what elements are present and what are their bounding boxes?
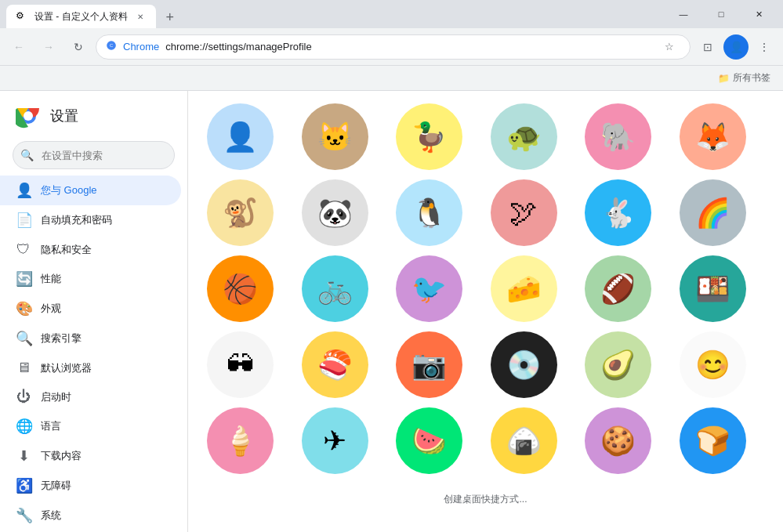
toolbar: ← → ↻ C Chrome chrome://settings/manageP…: [0, 28, 783, 66]
avatar-fox-5[interactable]: 🦊: [680, 103, 746, 170]
avatar-rabbit-10[interactable]: 🐇: [585, 179, 651, 246]
menu-button[interactable]: ⋮: [752, 34, 777, 60]
maximize-button[interactable]: □: [703, 0, 739, 28]
address-actions: ☆: [658, 36, 680, 58]
sidebar: 设置 🔍 👤您与 Google📄自动填充和密码🛡隐私和安全🔄性能🎨外观🔍搜索引擎…: [0, 91, 188, 532]
settings-title: 设置: [50, 107, 78, 125]
forward-button[interactable]: →: [36, 34, 61, 60]
search-icon: 🔍: [20, 149, 34, 161]
sidebar-item-search[interactable]: 🔍搜索引擎: [0, 324, 181, 353]
avatar-turtle-3[interactable]: 🐢: [491, 103, 557, 170]
sidebar-item-privacy[interactable]: 🛡隐私和安全: [0, 235, 181, 264]
tab-title: 设置 - 自定义个人资料: [34, 10, 128, 24]
sidebar-header: 设置: [0, 91, 187, 141]
refresh-button[interactable]: ↻: [66, 34, 91, 60]
avatar-penguin-8[interactable]: 🐧: [396, 179, 462, 246]
svg-text:C: C: [110, 43, 113, 48]
sidebar-item-downloads[interactable]: ⬇下载内容: [0, 441, 181, 471]
avatar-rainbow-11[interactable]: 🌈: [680, 179, 746, 246]
window-controls: — □ ✕: [665, 0, 777, 28]
search-input[interactable]: [13, 141, 175, 169]
avatar-bird-14[interactable]: 🐦: [396, 255, 462, 322]
nav-icon-appearance: 🎨: [16, 300, 31, 317]
avatar-watermelon-26[interactable]: 🍉: [396, 407, 462, 474]
content-area: 👤🐱🦆🐢🐘🦊🐒🐼🐧🕊🐇🌈🏀🚲🐦🧀🏈🍱🕶🍣📷💿🥑😊🍦✈🍉🍙🍪🍞 创建桌面快捷方式.…: [188, 91, 783, 532]
avatar-sushi-19[interactable]: 🍣: [302, 331, 368, 398]
avatar-crane-9[interactable]: 🕊: [491, 179, 557, 246]
profile-button[interactable]: 👤: [723, 34, 749, 60]
sidebar-item-accessibility[interactable]: ♿无障碍: [0, 471, 181, 501]
nav-icon-browser: 🖥: [16, 360, 31, 376]
new-tab-button[interactable]: +: [159, 6, 181, 28]
avatar-onigiri-27[interactable]: 🍙: [491, 407, 557, 474]
avatar-sushi_plate-17[interactable]: 🍱: [680, 255, 746, 322]
bookmarks-bar: 📁 所有书签: [0, 66, 783, 91]
avatar-bicycle-13[interactable]: 🚲: [302, 255, 368, 322]
url-display: chrome://settings/manageProfile: [165, 41, 311, 52]
avatar-person-0[interactable]: 👤: [207, 103, 274, 170]
avatar-cheese-15[interactable]: 🧀: [491, 255, 557, 322]
close-button[interactable]: ✕: [741, 0, 777, 28]
avatar-football-16[interactable]: 🏈: [585, 255, 651, 322]
sidebar-search-container: 🔍: [13, 141, 175, 169]
tab-strip: ⚙ 设置 - 自定义个人资料 ✕ +: [6, 0, 662, 28]
avatar-sunglasses-18[interactable]: 🕶: [207, 331, 274, 398]
tab-close-button[interactable]: ✕: [134, 10, 147, 23]
avatar-grid: 👤🐱🦆🐢🐘🦊🐒🐼🐧🕊🐇🌈🏀🚲🐦🧀🏈🍱🕶🍣📷💿🥑😊🍦✈🍉🍙🍪🍞: [188, 91, 783, 487]
avatar-cookie-28[interactable]: 🍪: [585, 407, 651, 474]
all-bookmarks-label: 所有书签: [733, 71, 770, 85]
bottom-hint: 创建桌面快捷方式...: [188, 487, 783, 512]
nav-label-system: 系统: [41, 508, 61, 523]
sidebar-item-performance[interactable]: 🔄性能: [0, 264, 181, 294]
sidebar-item-language[interactable]: 🌐语言: [0, 411, 181, 441]
sidebar-item-google[interactable]: 👤您与 Google: [0, 176, 181, 205]
avatar-elephant-4[interactable]: 🐘: [585, 103, 651, 170]
nav-icon-autofill: 📄: [16, 212, 31, 229]
avatar-toast-29[interactable]: 🍞: [680, 407, 746, 474]
avatar-monkey-6[interactable]: 🐒: [207, 179, 274, 246]
titlebar: ⚙ 设置 - 自定义个人资料 ✕ + — □ ✕: [0, 0, 783, 28]
avatar-ice_cream-24[interactable]: 🍦: [207, 407, 274, 474]
nav-icon-performance: 🔄: [16, 270, 31, 288]
nav-icon-privacy: 🛡: [16, 241, 31, 258]
chrome-brand-label: Chrome: [123, 41, 159, 52]
nav-label-downloads: 下载内容: [41, 449, 82, 463]
sidebar-item-startup[interactable]: ⏻启动时: [0, 382, 181, 411]
svg-point-4: [24, 111, 33, 121]
nav-label-performance: 性能: [41, 272, 61, 286]
back-button[interactable]: ←: [6, 34, 31, 60]
sidebar-item-autofill[interactable]: 📄自动填充和密码: [0, 205, 181, 235]
nav-items-container: 👤您与 Google📄自动填充和密码🛡隐私和安全🔄性能🎨外观🔍搜索引擎🖥默认浏览…: [0, 176, 187, 530]
security-icon: C: [106, 40, 117, 53]
nav-icon-startup: ⏻: [16, 389, 31, 405]
main-container: 设置 🔍 👤您与 Google📄自动填充和密码🛡隐私和安全🔄性能🎨外观🔍搜索引擎…: [0, 91, 783, 532]
all-bookmarks-item[interactable]: 📁 所有书签: [712, 68, 777, 88]
avatar-avocado-22[interactable]: 🥑: [585, 331, 651, 398]
tab-favicon: ⚙: [16, 10, 28, 23]
avatar-cat-1[interactable]: 🐱: [302, 103, 368, 170]
toolbar-actions: ⊡ 👤 ⋮: [695, 34, 777, 60]
avatar-vinyl-21[interactable]: 💿: [491, 331, 557, 398]
active-tab[interactable]: ⚙ 设置 - 自定义个人资料 ✕: [6, 5, 156, 28]
nav-icon-search: 🔍: [16, 330, 31, 347]
bookmark-star-button[interactable]: ☆: [658, 36, 680, 58]
nav-label-search: 搜索引擎: [41, 331, 82, 346]
nav-icon-system: 🔧: [16, 507, 31, 524]
sidebar-item-browser[interactable]: 🖥默认浏览器: [0, 353, 181, 382]
sidebar-item-system[interactable]: 🔧系统: [0, 501, 181, 530]
nav-label-language: 语言: [41, 419, 61, 433]
nav-label-google: 您与 Google: [41, 183, 97, 197]
reader-mode-button[interactable]: ⊡: [695, 34, 720, 60]
nav-label-appearance: 外观: [41, 302, 61, 316]
avatar-bird_origami-2[interactable]: 🦆: [396, 103, 462, 170]
avatar-camera-20[interactable]: 📷: [396, 331, 462, 398]
nav-icon-language: 🌐: [16, 418, 31, 435]
sidebar-item-appearance[interactable]: 🎨外观: [0, 294, 181, 324]
avatar-face-23[interactable]: 😊: [680, 331, 746, 398]
avatar-plane-25[interactable]: ✈: [302, 407, 368, 474]
address-bar[interactable]: C Chrome chrome://settings/manageProfile…: [96, 34, 691, 60]
nav-label-startup: 启动时: [41, 390, 71, 404]
avatar-basketball-12[interactable]: 🏀: [207, 255, 274, 322]
minimize-button[interactable]: —: [665, 0, 701, 28]
avatar-panda-7[interactable]: 🐼: [302, 179, 368, 246]
